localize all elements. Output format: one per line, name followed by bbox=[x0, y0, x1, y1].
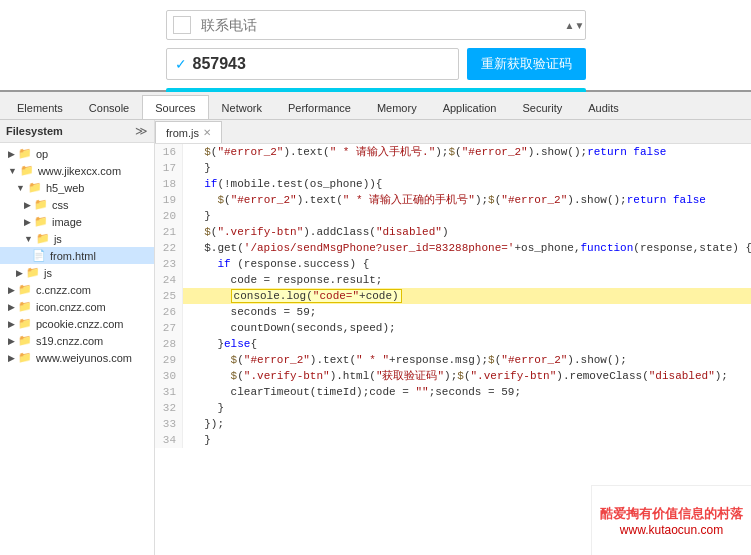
tab-elements[interactable]: Elements bbox=[4, 95, 76, 119]
line-number: 22 bbox=[155, 240, 183, 256]
line-content: $("#error_2").text(" * 请输入手机号.");$("#err… bbox=[183, 144, 751, 160]
fs-folder-icon-3: 📁 bbox=[28, 181, 42, 194]
fs-arrow-pcookie: ▶ bbox=[8, 319, 15, 329]
code-line-31: 31 clearTimeout(timeId);code = "";second… bbox=[155, 384, 751, 400]
fs-item-label-pcookie: pcookie.cnzz.com bbox=[36, 318, 123, 330]
tab-network[interactable]: Network bbox=[209, 95, 275, 119]
fs-item-s19[interactable]: ▶ 📁 s19.cnzz.com bbox=[0, 332, 154, 349]
line-content: } bbox=[183, 208, 751, 224]
filesystem-tree: ▶ 📁 op ▼ 📁 www.jikexcx.com ▼ 📁 h5_web ▶ … bbox=[0, 143, 154, 368]
line-number: 27 bbox=[155, 320, 183, 336]
tab-memory[interactable]: Memory bbox=[364, 95, 430, 119]
fs-item-label-image: image bbox=[52, 216, 82, 228]
fs-item-h5web[interactable]: ▼ 📁 h5_web bbox=[0, 179, 154, 196]
fs-folder-icon-11: 📁 bbox=[18, 334, 32, 347]
fs-item-label-js: js bbox=[54, 233, 62, 245]
page-content: ▲▼ ✓ 857943 重新获取验证码 提交中 bbox=[0, 0, 751, 90]
fs-arrow-weiyunos: ▶ bbox=[8, 353, 15, 363]
code-line-34: 34 } bbox=[155, 432, 751, 448]
fs-arrow-op: ▶ bbox=[8, 149, 15, 159]
code-line-17: 17 } bbox=[155, 160, 751, 176]
line-number: 32 bbox=[155, 400, 183, 416]
line-number: 31 bbox=[155, 384, 183, 400]
fs-folder-icon-7: 📁 bbox=[26, 266, 40, 279]
line-content: console.log("code="+code) bbox=[183, 288, 751, 304]
code-line-28: 28 }else{ bbox=[155, 336, 751, 352]
line-number: 29 bbox=[155, 352, 183, 368]
fs-arrow-h5web: ▼ bbox=[16, 183, 25, 193]
fs-arrow-js2: ▶ bbox=[16, 268, 23, 278]
fs-item-cnzz[interactable]: ▶ 📁 c.cnzz.com bbox=[0, 281, 154, 298]
line-number: 24 bbox=[155, 272, 183, 288]
line-number: 28 bbox=[155, 336, 183, 352]
code-line-20: 20 } bbox=[155, 208, 751, 224]
fs-item-fromhtml[interactable]: 📄 from.html bbox=[0, 247, 154, 264]
tab-security[interactable]: Security bbox=[509, 95, 575, 119]
fs-arrow-s19: ▶ bbox=[8, 336, 15, 346]
tab-audits[interactable]: Audits bbox=[575, 95, 632, 119]
fs-item-js[interactable]: ▼ 📁 js bbox=[0, 230, 154, 247]
code-line-22: 22 $.get('/apios/sendMsgPhone?user_id=83… bbox=[155, 240, 751, 256]
fs-folder-icon-2: 📁 bbox=[20, 164, 34, 177]
line-content: clearTimeout(timeId);code = "";seconds =… bbox=[183, 384, 751, 400]
resend-button[interactable]: 重新获取验证码 bbox=[467, 48, 586, 80]
phone-dropdown-arrow[interactable]: ▲▼ bbox=[565, 20, 585, 31]
tab-close-icon[interactable]: ✕ bbox=[203, 127, 211, 138]
code-line-19: 19 $("#error_2").text(" * 请输入正确的手机号");$(… bbox=[155, 192, 751, 208]
fs-item-label-fromhtml: from.html bbox=[50, 250, 96, 262]
phone-input[interactable] bbox=[197, 11, 565, 39]
fs-arrow-css: ▶ bbox=[24, 200, 31, 210]
filesystem-icons: ≫ bbox=[135, 124, 148, 138]
tab-application[interactable]: Application bbox=[430, 95, 510, 119]
line-number: 20 bbox=[155, 208, 183, 224]
line-content: seconds = 59; bbox=[183, 304, 751, 320]
line-number: 33 bbox=[155, 416, 183, 432]
fs-arrow-jikexcx: ▼ bbox=[8, 166, 17, 176]
watermark-main-text: 酷爱掏有价值信息的村落 bbox=[600, 505, 743, 523]
source-tab-bar: from.js ✕ bbox=[155, 120, 751, 144]
line-number: 34 bbox=[155, 432, 183, 448]
fs-item-op[interactable]: ▶ 📁 op bbox=[0, 145, 154, 162]
line-number: 23 bbox=[155, 256, 183, 272]
fs-file-icon: 📄 bbox=[32, 249, 46, 262]
fs-item-weiyunos[interactable]: ▶ 📁 www.weiyunos.com bbox=[0, 349, 154, 366]
line-content: if(!mobile.test(os_phone)){ bbox=[183, 176, 751, 192]
line-content: $(".verify-btn").html("获取验证码");$(".verif… bbox=[183, 368, 751, 384]
fs-item-label-iconcnzz: icon.cnzz.com bbox=[36, 301, 106, 313]
filesystem-header: Filesystem ≫ bbox=[0, 120, 154, 143]
fs-item-iconcnzz[interactable]: ▶ 📁 icon.cnzz.com bbox=[0, 298, 154, 315]
fs-folder-icon-4: 📁 bbox=[34, 198, 48, 211]
tab-performance[interactable]: Performance bbox=[275, 95, 364, 119]
fs-arrow-cnzz: ▶ bbox=[8, 285, 15, 295]
fs-item-jikexcx[interactable]: ▼ 📁 www.jikexcx.com bbox=[0, 162, 154, 179]
line-content: }); bbox=[183, 416, 751, 432]
source-tab-fromhtml[interactable]: from.js ✕ bbox=[155, 121, 222, 143]
filesystem-panel: Filesystem ≫ ▶ 📁 op ▼ 📁 www.jikexcx.com … bbox=[0, 120, 155, 555]
fs-arrow-image: ▶ bbox=[24, 217, 31, 227]
filesystem-add-icon[interactable]: ≫ bbox=[135, 124, 148, 138]
tab-console[interactable]: Console bbox=[76, 95, 142, 119]
line-number: 16 bbox=[155, 144, 183, 160]
fs-folder-icon-8: 📁 bbox=[18, 283, 32, 296]
line-number: 30 bbox=[155, 368, 183, 384]
code-line-18: 18 if(!mobile.test(os_phone)){ bbox=[155, 176, 751, 192]
filesystem-label: Filesystem bbox=[6, 125, 63, 137]
line-content: } bbox=[183, 400, 751, 416]
line-number: 19 bbox=[155, 192, 183, 208]
tab-sources[interactable]: Sources bbox=[142, 95, 208, 119]
fs-item-css[interactable]: ▶ 📁 css bbox=[0, 196, 154, 213]
fs-item-js2[interactable]: ▶ 📁 js bbox=[0, 264, 154, 281]
fs-item-image[interactable]: ▶ 📁 image bbox=[0, 213, 154, 230]
fs-item-label-s19: s19.cnzz.com bbox=[36, 335, 103, 347]
line-content: if (response.success) { bbox=[183, 256, 751, 272]
verification-code-value: 857943 bbox=[193, 55, 246, 73]
code-line-26: 26 seconds = 59; bbox=[155, 304, 751, 320]
code-line-27: 27 countDown(seconds,speed); bbox=[155, 320, 751, 336]
fs-item-pcookie[interactable]: ▶ 📁 pcookie.cnzz.com bbox=[0, 315, 154, 332]
fs-folder-icon-12: 📁 bbox=[18, 351, 32, 364]
code-input-box: ✓ 857943 bbox=[166, 48, 459, 80]
code-line-30: 30 $(".verify-btn").html("获取验证码");$(".ve… bbox=[155, 368, 751, 384]
fs-folder-icon-9: 📁 bbox=[18, 300, 32, 313]
fs-item-label-css: css bbox=[52, 199, 69, 211]
line-content: $("#error_2").text(" * 请输入正确的手机号");$("#e… bbox=[183, 192, 751, 208]
